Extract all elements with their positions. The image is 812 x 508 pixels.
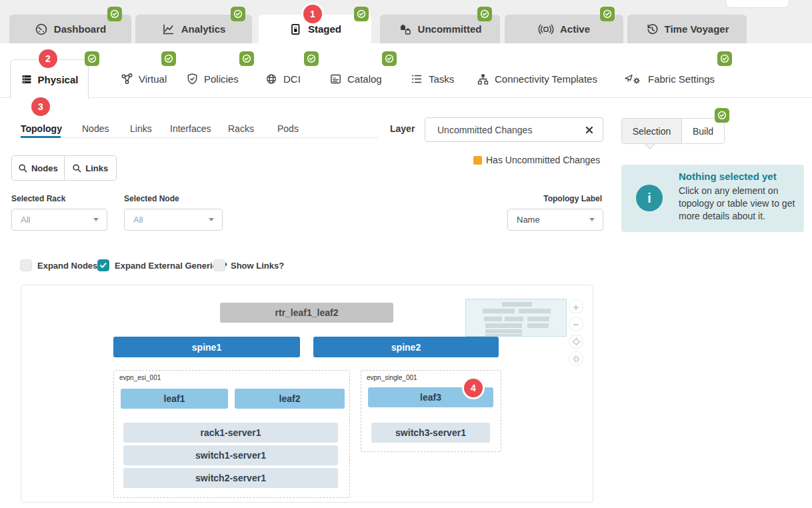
task-list-icon [411, 73, 423, 85]
select-value: All [12, 215, 93, 225]
check-badge [239, 51, 254, 66]
crosshair-icon [572, 337, 581, 346]
button-label: Links [85, 163, 108, 173]
zoom-out-button[interactable]: − [569, 317, 583, 331]
staged-document-icon [289, 23, 302, 36]
tab-policies[interactable]: Policies [186, 69, 239, 89]
tab-label: Virtual [139, 73, 167, 85]
node-leaf1[interactable]: leaf1 [121, 389, 228, 409]
broadcast-icon [538, 23, 554, 36]
search-icon [72, 163, 81, 173]
node-spine1[interactable]: spine1 [113, 337, 300, 357]
tab-interfaces[interactable]: Interfaces [170, 122, 211, 135]
active-tab-underline [21, 136, 61, 138]
tab-time-voyager[interactable]: Time Voyager [627, 15, 747, 43]
tab-tasks[interactable]: Tasks [411, 69, 454, 89]
node-switch2-server1[interactable]: switch2-server1 [123, 468, 338, 488]
check-badge [600, 7, 615, 21]
step-badge-2: 2 [39, 49, 57, 68]
fit-view-button[interactable] [569, 351, 583, 366]
tab-nodes[interactable]: Nodes [82, 122, 109, 135]
mini-map-bar [527, 323, 549, 328]
chevron-down-icon [93, 218, 99, 221]
mini-map-bar [527, 317, 549, 321]
tab-catalog[interactable]: Catalog [329, 69, 382, 89]
step-badge-3: 3 [31, 97, 50, 116]
layer-select-value: Uncommitted Changes [425, 125, 585, 135]
search-links-button[interactable]: Links [64, 156, 117, 180]
mini-map-bar [484, 317, 502, 321]
tab-label: Links [130, 123, 152, 134]
blueprint-tabs-divider [0, 97, 812, 98]
node-switch3-server1[interactable]: switch3-server1 [371, 423, 490, 443]
tab-racks[interactable]: Racks [228, 122, 254, 135]
tab-label: Pods [277, 123, 299, 134]
layer-select[interactable]: Uncommitted Changes [425, 117, 603, 142]
shield-check-icon [186, 73, 199, 85]
tab-label: Fabric Settings [648, 73, 715, 85]
info-icon: i [636, 185, 663, 211]
expand-external-generics-checkbox[interactable] [97, 259, 109, 271]
plus-icon: + [573, 301, 579, 313]
selected-rack-select[interactable]: All [11, 209, 107, 231]
node-rack1-server1[interactable]: rack1-server1 [123, 423, 338, 443]
tab-dci[interactable]: DCI [265, 69, 301, 89]
partial-top-right-control[interactable] [725, 0, 789, 8]
mini-map-bar [485, 323, 522, 328]
node-external-router[interactable]: rtr_leaf1_leaf2 [220, 303, 393, 323]
reset-zoom-button[interactable] [569, 334, 583, 349]
tab-label: Nodes [82, 123, 109, 134]
tab-label: Staged [308, 23, 341, 35]
layer-label: Layer [390, 123, 415, 134]
tab-label: Selection [633, 126, 671, 137]
selected-rack-label: Selected Rack [11, 194, 65, 203]
tab-label: DCI [283, 73, 301, 85]
uncommitted-icon [399, 23, 412, 36]
mini-map-bar [485, 329, 522, 333]
tab-selection[interactable]: Selection [622, 119, 682, 143]
chevron-down-icon [209, 218, 214, 221]
uncommitted-color-swatch [473, 156, 482, 165]
tab-label: Topology [21, 123, 62, 134]
check-badge [85, 51, 99, 66]
node-switch1-server1[interactable]: switch1-server1 [123, 445, 338, 465]
tab-links[interactable]: Links [130, 122, 152, 135]
selected-node-select[interactable]: All [124, 209, 223, 231]
check-badge [161, 51, 176, 66]
mini-map-bar [502, 302, 532, 307]
minus-icon: − [573, 319, 579, 330]
mini-map[interactable] [465, 299, 567, 337]
tab-connectivity-templates[interactable]: Connectivity Templates [477, 69, 597, 89]
fit-arrows-icon [572, 355, 581, 363]
node-leaf2[interactable]: leaf2 [235, 389, 345, 409]
expand-external-generics-label: Expand External Generics? [115, 261, 227, 271]
expand-nodes-checkbox[interactable] [20, 259, 32, 271]
tab-label: Racks [228, 123, 254, 134]
tab-label: Interfaces [170, 123, 211, 134]
show-links-checkbox[interactable] [213, 259, 225, 271]
search-nodes-button[interactable]: Nodes [12, 156, 64, 180]
tab-virtual[interactable]: Virtual [121, 69, 167, 89]
check-badge [477, 7, 492, 21]
gauge-icon [35, 23, 48, 36]
globe-icon [265, 73, 278, 85]
node-spine2[interactable]: spine2 [313, 337, 499, 357]
check-badge [304, 51, 319, 66]
uncommitted-legend-label: Has Uncommitted Changes [486, 155, 600, 165]
line-chart-icon [162, 23, 175, 36]
tab-topology[interactable]: Topology [21, 122, 62, 135]
org-chart-icon [477, 73, 489, 85]
tab-pods[interactable]: Pods [277, 122, 299, 135]
tab-label: Build [693, 126, 713, 137]
network-nodes-icon [121, 73, 133, 85]
tab-fabric-settings[interactable]: Fabric Settings [624, 69, 715, 89]
mini-map-bar [483, 309, 515, 313]
zoom-in-button[interactable]: + [569, 299, 583, 314]
topology-label-select[interactable]: Name [507, 209, 603, 231]
tab-underline-track [61, 137, 378, 138]
mini-map-bar [519, 309, 551, 313]
info-title: Nothing selected yet [679, 171, 777, 182]
clear-icon[interactable] [585, 126, 593, 134]
rack-group-label: evpn_esi_001 [119, 374, 161, 381]
step-badge-4: 4 [464, 379, 483, 397]
